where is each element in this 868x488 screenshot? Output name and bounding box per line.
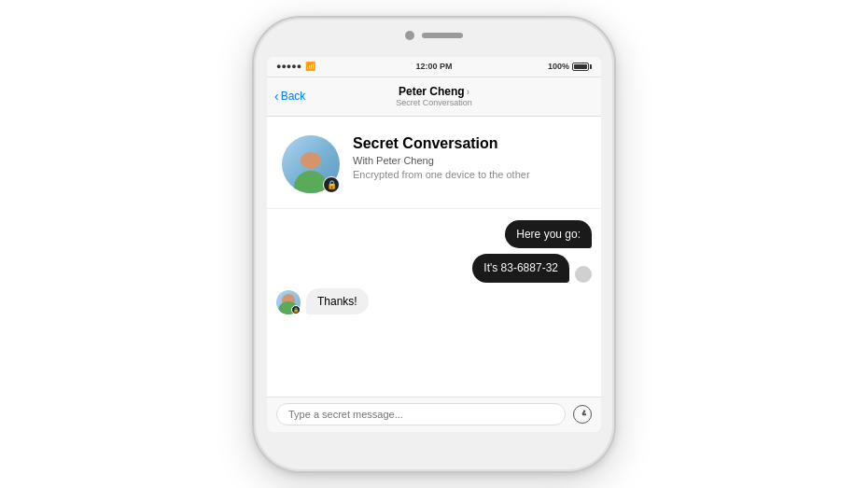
phone-screen: ●●●●● 📶 12:00 PM 100% ‹ Back bbox=[267, 57, 601, 432]
secret-info: Secret Conversation With Peter Cheng Enc… bbox=[353, 135, 586, 182]
volume-up-button bbox=[252, 130, 254, 156]
status-bar: ●●●●● 📶 12:00 PM 100% bbox=[267, 57, 601, 77]
power-button bbox=[614, 148, 616, 195]
lock-badge-icon: 🔒 bbox=[323, 176, 340, 193]
incoming-avatar-lock-icon: 🔒 bbox=[291, 305, 301, 314]
incoming-message-1: 🔒 Thanks! bbox=[276, 288, 592, 314]
outgoing-message-2: It's 83-6887-32 bbox=[276, 254, 592, 283]
volume-down-button bbox=[252, 165, 254, 191]
back-button[interactable]: ‹ Back bbox=[274, 89, 305, 104]
nav-subtitle: Secret Conversation bbox=[396, 98, 472, 107]
back-chevron-icon: ‹ bbox=[274, 89, 279, 104]
back-label[interactable]: Back bbox=[281, 90, 306, 103]
contact-avatar-wrapper: 🔒 bbox=[282, 135, 340, 193]
signal-dots: ●●●●● bbox=[276, 62, 301, 71]
battery-icon bbox=[572, 63, 592, 71]
bubble-out-1: Here you go: bbox=[505, 220, 592, 249]
secret-title: Secret Conversation bbox=[353, 135, 586, 152]
bubble-in-1: Thanks! bbox=[306, 288, 369, 314]
outgoing-message-1: Here you go: bbox=[276, 220, 592, 249]
nav-center: Peter Cheng › Secret Conversation bbox=[396, 85, 472, 107]
earpiece-speaker bbox=[422, 33, 463, 38]
contact-chevron-icon: › bbox=[467, 87, 469, 97]
secret-conversation-header: 🔒 Secret Conversation With Peter Cheng E… bbox=[267, 117, 601, 209]
input-bar bbox=[267, 397, 601, 432]
outgoing-avatar-small bbox=[575, 266, 592, 283]
battery-body bbox=[572, 63, 589, 71]
battery-fill bbox=[574, 64, 587, 69]
secret-with-label: With Peter Cheng bbox=[353, 155, 586, 166]
front-camera bbox=[405, 31, 414, 40]
phone-shell: ●●●●● 📶 12:00 PM 100% ‹ Back bbox=[252, 16, 616, 473]
battery-percent: 100% bbox=[548, 62, 569, 71]
secret-header-row: 🔒 Secret Conversation With Peter Cheng E… bbox=[282, 135, 586, 193]
secret-description: Encrypted from one device to the other bbox=[353, 168, 586, 182]
message-input[interactable] bbox=[276, 403, 566, 425]
phone-top-decorations bbox=[405, 31, 463, 40]
contact-name-text: Peter Cheng bbox=[399, 85, 465, 98]
messages-list: Here you go: It's 83-6887-32 🔒 bbox=[267, 209, 601, 397]
timer-icon[interactable] bbox=[573, 405, 592, 424]
battery-tip bbox=[590, 64, 592, 69]
signal-status: ●●●●● 📶 bbox=[276, 62, 315, 71]
battery-status: 100% bbox=[548, 62, 592, 71]
chat-area: 🔒 Secret Conversation With Peter Cheng E… bbox=[267, 117, 601, 397]
bubble-out-2: It's 83-6887-32 bbox=[472, 254, 569, 283]
incoming-avatar-wrapper: 🔒 bbox=[276, 290, 301, 314]
nav-contact-name[interactable]: Peter Cheng › bbox=[396, 85, 472, 98]
nav-header: ‹ Back Peter Cheng › Secret Conversation bbox=[267, 77, 601, 117]
status-time: 12:00 PM bbox=[415, 62, 452, 71]
wifi-icon: 📶 bbox=[305, 62, 315, 71]
avatar-head bbox=[301, 152, 321, 169]
